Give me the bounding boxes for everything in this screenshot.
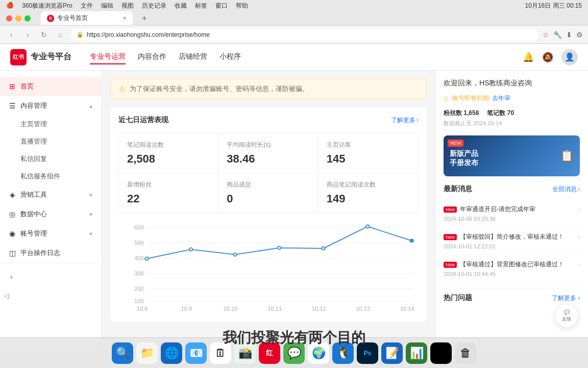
dock-launchpad[interactable]: 📁 — [136, 342, 158, 364]
menu-file[interactable]: 文件 — [81, 2, 93, 10]
dock-word[interactable]: 📝 — [381, 342, 403, 364]
new-badge-2: New — [444, 262, 457, 268]
dock-mail[interactable]: 📧 — [185, 342, 207, 364]
chevron-down-icon: ▼ — [88, 192, 93, 198]
news-item-2[interactable]: New 【审核通过】背景图修改已审核通过！ › 2024-10-01 10:44… — [444, 255, 580, 283]
menu-edit[interactable]: 编辑 — [101, 2, 113, 10]
sidebar-item-data-center[interactable]: ◎ 数据中心 ▼ — [0, 204, 102, 224]
news-more-btn[interactable]: 全部消息 › — [552, 185, 580, 194]
dock-finder[interactable]: 🔍 — [112, 342, 133, 364]
chevron-down-icon-3: ▼ — [88, 231, 93, 237]
apple-menu[interactable]: 🍎 — [6, 2, 14, 10]
svg-text:500: 500 — [134, 240, 144, 246]
menu-history[interactable]: 历史记录 — [142, 2, 166, 10]
app-menu-name[interactable]: 360极速浏览器Pro — [22, 2, 72, 10]
metric-product-note-reads: 商品笔记阅读次数 149 — [318, 173, 418, 213]
menu-help[interactable]: 帮助 — [236, 2, 248, 10]
dock-browser[interactable]: 🌐 — [161, 342, 182, 364]
hot-topics-header: 热门问题 了解更多 › — [444, 289, 580, 303]
sys-left-menu: 🍎 360极速浏览器Pro 文件 编辑 视图 历史记录 收藏 标签 窗口 帮助 — [6, 2, 248, 10]
notification-bell-icon[interactable]: 🔔 — [523, 52, 534, 63]
menu-favorites[interactable]: 收藏 — [175, 2, 187, 10]
dock-trash[interactable]: 🗑 — [455, 342, 476, 364]
nav-item-0[interactable]: 专业号运营 — [90, 50, 126, 64]
performance-title: 近七日运营表现 — [118, 116, 168, 125]
dock-clip[interactable]: ✂ — [430, 342, 452, 364]
collapse-icon: ◁ — [4, 292, 9, 300]
nav-item-3[interactable]: 小程序 — [219, 50, 241, 64]
svg-text:10.12: 10.12 — [312, 306, 326, 312]
sidebar-add-btn[interactable]: ＋ — [0, 267, 102, 287]
url-input[interactable]: 🔒 https://pro.xiaohongshu.com/enterprise… — [70, 29, 538, 41]
browser-tab-active[interactable]: 红 专业号首页 ✕ — [41, 11, 133, 25]
chevron-up-icon: ▲ — [88, 103, 93, 109]
nav-item-1[interactable]: 内容合作 — [138, 50, 166, 64]
warning-triangle-icon: ⚠ — [444, 95, 449, 102]
account-stats: 粉丝数 1,658 笔记数 70 — [444, 109, 580, 118]
sidebar-item-home[interactable]: ⊞ 首页 — [0, 77, 102, 96]
content-area: ⚠ 为了保证账号安全，请勿泄漏账号、密码等信息，谨防被骗。 近七日运营表现 了解… — [102, 71, 588, 354]
maximize-window-btn[interactable] — [24, 15, 31, 21]
chevron-down-icon-2: ▼ — [88, 212, 93, 217]
alert-bell-icon[interactable]: 🔕 — [542, 52, 553, 63]
svg-text:10.11: 10.11 — [267, 306, 282, 312]
dock-wechat[interactable]: 💬 — [283, 342, 305, 364]
menu-view[interactable]: 视图 — [121, 2, 134, 10]
svg-text:10.8: 10.8 — [137, 306, 148, 312]
data-date: 数据截止至 2024-10-14 — [444, 120, 580, 127]
svg-text:200: 200 — [134, 286, 144, 292]
url-text: https://pro.xiaohongshu.com/enterprise/h… — [87, 31, 210, 38]
sidebar-item-dm-reply[interactable]: 私信回复 — [20, 150, 102, 168]
sidebar-item-dm-service[interactable]: 私信服务组件 — [20, 168, 102, 185]
sidebar-label-content: 内容管理 — [20, 101, 47, 110]
hot-topics-more-btn[interactable]: 了解更多 › — [552, 294, 580, 303]
news-item-arrow-0: › — [578, 206, 580, 213]
tab-close-btn[interactable]: ✕ — [122, 15, 127, 21]
user-avatar[interactable]: 👤 — [561, 49, 578, 65]
dock-ps[interactable]: Ps — [357, 342, 378, 364]
sidebar-item-homepage-mgmt[interactable]: 主页管理 — [20, 116, 102, 133]
data-icon: ◎ — [8, 210, 16, 218]
dock-calendar[interactable]: 🗓 — [210, 342, 231, 364]
forward-btn[interactable]: › — [21, 29, 34, 41]
content-icon: ☰ — [8, 102, 16, 110]
home-btn[interactable]: ⌂ — [54, 29, 66, 41]
sidebar-item-live-mgmt[interactable]: 直播管理 — [20, 133, 102, 150]
new-tab-btn[interactable]: + — [137, 14, 152, 23]
sidebar-item-marketing[interactable]: ◈ 营销工具 ▼ — [0, 185, 102, 204]
feedback-btn[interactable]: 💬 反馈 — [555, 305, 578, 327]
promo-banner[interactable]: NEW 新版产品 手册发布 📋 — [444, 135, 580, 176]
download-icon[interactable]: ⬇ — [566, 31, 572, 39]
refresh-btn[interactable]: ↻ — [38, 29, 50, 41]
close-window-btn[interactable] — [6, 15, 12, 21]
promo-text-container: 新版产品 手册发布 — [450, 149, 478, 168]
sidebar-item-operation-log[interactable]: ◫ 平台操作日志 — [0, 243, 102, 263]
sidebar-collapse-btn[interactable]: ◁ — [0, 287, 102, 305]
chart-point-1 — [189, 248, 193, 251]
sidebar-item-account-mgmt[interactable]: ◉ 账号管理 ▼ — [0, 224, 102, 243]
renew-btn[interactable]: 去年审 — [492, 94, 510, 103]
back-btn[interactable]: ‹ — [5, 29, 17, 41]
settings-icon[interactable]: ⚙ — [576, 31, 583, 39]
dock-qq[interactable]: 🐧 — [332, 342, 354, 364]
dock-photos[interactable]: 📸 — [234, 342, 256, 364]
metric-value-1: 38.46 — [227, 152, 309, 166]
window-controls[interactable] — [6, 15, 31, 21]
performance-more-btn[interactable]: 了解更多 › — [391, 116, 419, 125]
feedback-icon: 💬 — [564, 310, 570, 315]
bookmark-icon[interactable]: ☆ — [543, 31, 549, 39]
nav-item-2[interactable]: 店铺经营 — [179, 50, 207, 64]
menu-tags[interactable]: 标签 — [195, 2, 207, 10]
dock-excel[interactable]: 📊 — [406, 342, 427, 364]
metrics-grid: 笔记阅读次数 2,508 平均阅读时长(s) 38.46 主页访客 145 新增… — [118, 133, 419, 213]
news-item-arrow-2: › — [578, 261, 580, 268]
dock-xiaohongshu[interactable]: 红 — [259, 342, 280, 364]
menu-window[interactable]: 窗口 — [215, 2, 228, 10]
news-item-1[interactable]: New 【审核驳回】简介修改，审核未通过！ › 2024-10-01 12:22… — [444, 227, 580, 255]
news-item-0[interactable]: New 年审通道开启-请您完成年审 › 2024-10-06 03:20:36 — [444, 200, 580, 227]
dock-chrome[interactable]: 🌍 — [308, 342, 329, 364]
extension-icon[interactable]: 🔧 — [553, 31, 562, 39]
minimize-window-btn[interactable] — [15, 15, 21, 21]
sidebar-item-content-mgmt[interactable]: ☰ 内容管理 ▲ — [0, 96, 102, 116]
news-item-date-1: 2024-10-01 12:22:01 — [444, 243, 580, 249]
